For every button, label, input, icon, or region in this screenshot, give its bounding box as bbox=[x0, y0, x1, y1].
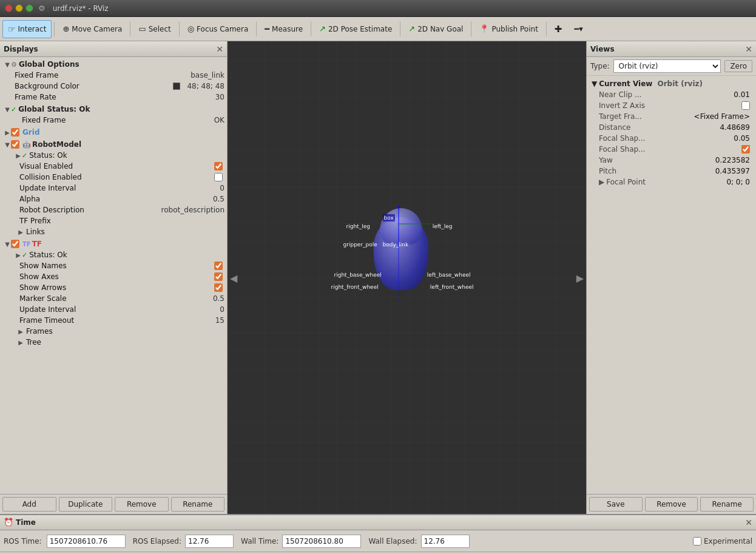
current-view-header[interactable]: ▼ Current View Orbit (rviz) bbox=[589, 78, 754, 89]
close-button[interactable] bbox=[5, 4, 13, 12]
displays-header: Displays ✕ bbox=[0, 41, 227, 57]
focal-shape2-checkbox[interactable] bbox=[741, 145, 750, 154]
toolbar-separator-5 bbox=[311, 22, 311, 36]
remove-view-button[interactable]: Remove bbox=[645, 497, 698, 512]
marker-scale-value: 0.5 bbox=[213, 294, 224, 303]
pitch-row[interactable]: Pitch 0.435397 bbox=[589, 166, 754, 177]
viewport-right-arrow[interactable]: ▶ bbox=[576, 272, 584, 283]
views-type-select[interactable]: Orbit (rviz) FPS (rviz) TopDownOrtho (rv… bbox=[613, 59, 721, 73]
duplicate-display-button[interactable]: Duplicate bbox=[59, 497, 113, 512]
displays-footer: Add Duplicate Remove Rename bbox=[0, 494, 227, 514]
wall-time-input[interactable] bbox=[282, 535, 361, 548]
ros-time-input[interactable] bbox=[47, 535, 126, 548]
robot-model-row[interactable]: ▼ 🤖 RobotModel bbox=[0, 139, 227, 150]
save-view-button[interactable]: Save bbox=[589, 497, 643, 512]
show-arrows-row[interactable]: Show Arrows bbox=[0, 282, 227, 293]
global-status-label: Global Status: Ok bbox=[18, 105, 224, 113]
visual-enabled-checkbox[interactable] bbox=[214, 162, 223, 171]
focus-camera-button[interactable]: ◎ Focus Camera bbox=[182, 20, 254, 38]
fixed-frame-status-row[interactable]: Fixed Frame OK bbox=[0, 115, 227, 126]
experimental-checkbox[interactable] bbox=[693, 537, 701, 546]
displays-tree[interactable]: ▼ ⚙ Global Options Fixed Frame base_link… bbox=[0, 57, 227, 494]
views-zero-button[interactable]: Zero bbox=[724, 60, 752, 72]
ros-elapsed-input[interactable] bbox=[185, 535, 234, 548]
show-names-row[interactable]: Show Names bbox=[0, 260, 227, 271]
show-arrows-checkbox[interactable] bbox=[214, 283, 223, 292]
global-status-row[interactable]: ▼ ✓ Global Status: Ok bbox=[0, 104, 227, 115]
show-names-checkbox[interactable] bbox=[214, 262, 223, 270]
views-footer: Save Remove Rename bbox=[587, 494, 756, 514]
grid-item: ▶ Grid bbox=[0, 126, 227, 138]
links-row[interactable]: ▶ Links bbox=[0, 226, 227, 237]
global-options-row[interactable]: ▼ ⚙ Global Options bbox=[0, 59, 227, 70]
ros-time-label: ROS Time: bbox=[4, 537, 42, 546]
grid-checkbox[interactable] bbox=[11, 128, 19, 137]
visual-enabled-row[interactable]: Visual Enabled bbox=[0, 161, 227, 172]
focal-shape2-row[interactable]: Focal Shap... bbox=[589, 144, 754, 155]
nav-goal-button[interactable]: ↗ 2D Nav Goal bbox=[403, 20, 468, 38]
add-toolbar-button[interactable]: ✚ bbox=[549, 20, 568, 38]
tf-prefix-row[interactable]: TF Prefix bbox=[0, 215, 227, 226]
select-button[interactable]: ▭ Select bbox=[133, 20, 176, 38]
target-frame-row[interactable]: Target Fra... <Fixed Frame> bbox=[589, 111, 754, 122]
time-close-button[interactable]: ✕ bbox=[745, 518, 752, 527]
titlebar: ⚙ urdf.rviz* - RViz bbox=[0, 0, 756, 17]
robot-status-row[interactable]: ▶ ✓ Status: Ok bbox=[0, 150, 227, 161]
views-close-button[interactable]: ✕ bbox=[745, 44, 752, 54]
show-axes-checkbox[interactable] bbox=[214, 272, 223, 281]
collision-enabled-row[interactable]: Collision Enabled bbox=[0, 172, 227, 183]
frame-timeout-row[interactable]: Frame Timeout 15 bbox=[0, 315, 227, 326]
more-toolbar-button[interactable]: ━▾ bbox=[569, 20, 588, 38]
invert-z-label: Invert Z Axis bbox=[599, 101, 741, 110]
collision-enabled-checkbox[interactable] bbox=[214, 173, 223, 181]
pose-estimate-button[interactable]: ↗ 2D Pose Estimate bbox=[314, 20, 397, 38]
near-clip-row[interactable]: Near Clip ... 0.01 bbox=[589, 89, 754, 100]
displays-close-button[interactable]: ✕ bbox=[216, 44, 223, 54]
measure-button[interactable]: ━ Measure bbox=[259, 20, 308, 38]
update-interval-row[interactable]: Update Interval 0 bbox=[0, 183, 227, 194]
status-ok-icon: ✓ bbox=[11, 106, 16, 113]
invert-z-row[interactable]: Invert Z Axis bbox=[589, 100, 754, 111]
maximize-button[interactable] bbox=[25, 4, 33, 12]
focal-shape1-row[interactable]: Focal Shap... 0.05 bbox=[589, 133, 754, 144]
tf-update-interval-row[interactable]: Update Interval 0 bbox=[0, 304, 227, 315]
interact-button[interactable]: ☞ Interact bbox=[2, 20, 52, 38]
robot-description-row[interactable]: Robot Description robot_description bbox=[0, 204, 227, 215]
robot-model-checkbox[interactable] bbox=[11, 140, 19, 149]
alpha-row[interactable]: Alpha 0.5 bbox=[0, 194, 227, 204]
rename-view-button[interactable]: Rename bbox=[700, 497, 754, 512]
publish-point-button[interactable]: 📍 Publish Point bbox=[474, 20, 543, 38]
remove-display-button[interactable]: Remove bbox=[115, 497, 169, 512]
add-display-button[interactable]: Add bbox=[2, 497, 56, 512]
tree-row[interactable]: ▶ Tree bbox=[0, 337, 227, 348]
tree-item-arrow: ▶ bbox=[17, 339, 24, 346]
grid-svg bbox=[228, 41, 586, 514]
frame-rate-row[interactable]: Frame Rate 30 bbox=[0, 92, 227, 103]
show-axes-row[interactable]: Show Axes bbox=[0, 271, 227, 282]
viewport[interactable]: right_leg left_leg gripper_pole box body… bbox=[228, 41, 586, 514]
frame-rate-label: Frame Rate bbox=[15, 93, 211, 101]
tf-arrow: ▼ bbox=[4, 241, 11, 248]
move-camera-button[interactable]: ⊕ Move Camera bbox=[57, 20, 127, 38]
rename-display-button[interactable]: Rename bbox=[171, 497, 225, 512]
minimize-button[interactable] bbox=[15, 4, 23, 12]
yaw-row[interactable]: Yaw 0.223582 bbox=[589, 155, 754, 166]
viewport-left-arrow[interactable]: ◀ bbox=[230, 272, 237, 283]
wall-elapsed-input[interactable] bbox=[421, 535, 470, 548]
distance-row[interactable]: Distance 4.48689 bbox=[589, 122, 754, 133]
fixed-frame-row[interactable]: Fixed Frame base_link bbox=[0, 70, 227, 81]
frames-row[interactable]: ▶ Frames bbox=[0, 326, 227, 337]
marker-scale-row[interactable]: Marker Scale 0.5 bbox=[0, 293, 227, 304]
pitch-label: Pitch bbox=[599, 167, 715, 175]
toolbar-separator-7 bbox=[471, 22, 471, 36]
frame-rate-value: 30 bbox=[215, 93, 224, 101]
tf-row[interactable]: ▼ TF TF bbox=[0, 238, 227, 249]
tf-status-row[interactable]: ▶ ✓ Status: Ok bbox=[0, 249, 227, 260]
focal-point-row[interactable]: ▶ Focal Point 0; 0; 0 bbox=[589, 177, 754, 187]
tf-checkbox[interactable] bbox=[11, 240, 19, 248]
invert-z-checkbox[interactable] bbox=[741, 101, 750, 110]
background-color-row[interactable]: Background Color 48; 48; 48 bbox=[0, 81, 227, 92]
tf-ok-icon: ✓ bbox=[22, 251, 27, 259]
grid-row[interactable]: ▶ Grid bbox=[0, 127, 227, 138]
time-title: Time bbox=[16, 518, 36, 527]
